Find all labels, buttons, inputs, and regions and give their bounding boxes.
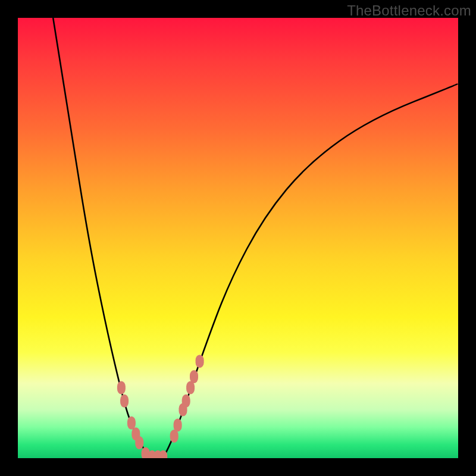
data-marker [182, 394, 190, 408]
chart-frame: TheBottleneck.com [0, 0, 476, 476]
curve-left [53, 18, 150, 458]
watermark-text: TheBottleneck.com [347, 2, 471, 19]
data-markers [117, 355, 204, 458]
plot-area [18, 18, 458, 458]
data-marker [196, 355, 204, 368]
data-marker [127, 416, 136, 430]
chart-svg [18, 18, 458, 458]
data-marker [174, 419, 182, 432]
curve-right [163, 84, 458, 458]
data-marker [117, 381, 126, 394]
data-marker [190, 370, 198, 383]
data-marker [120, 394, 129, 408]
data-marker [135, 436, 143, 449]
